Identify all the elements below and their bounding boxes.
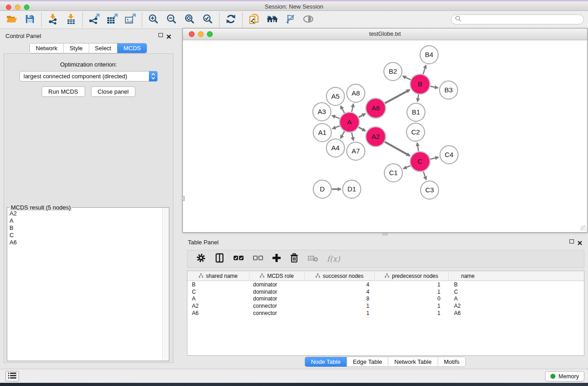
run-mcds-button[interactable]: Run MCDS [42,86,85,97]
search-box[interactable] [451,14,584,24]
network-canvas[interactable]: B4B2BB3B1A5A8A6A3AA1C2A2A4A7C4CC1C3DD1 [183,40,587,232]
zoom-out-button[interactable] [163,13,181,27]
edge-C-C3[interactable] [423,172,426,180]
table-cell[interactable]: 8 [305,295,375,302]
column-header-predecessor-nodes[interactable]: predecessor nodes [375,271,449,281]
open-file-button[interactable] [3,13,21,27]
table-cell[interactable]: A2 [187,303,249,309]
node-B[interactable]: B [410,74,430,94]
table-cell[interactable]: dominator [249,281,305,288]
node-A2[interactable]: A2 [366,127,386,147]
edge-A-A6[interactable] [359,114,365,117]
table-cell[interactable]: C [187,289,249,295]
node-A3[interactable]: A3 [313,103,331,121]
edge-A2-C[interactable] [385,142,410,156]
export-table-button[interactable] [103,13,121,27]
edge-A-A7[interactable] [352,132,354,140]
window-titlebar[interactable]: Session: New Session [0,1,588,11]
table-cell[interactable]: 1 [375,303,449,309]
table-row[interactable]: Adominator80A [187,295,584,302]
column-header-successor-nodes[interactable]: successor nodes [305,271,375,281]
table-cell[interactable]: B [187,281,249,288]
table-settings-button[interactable] [196,253,206,265]
table-row[interactable]: Cdominator41C [187,288,584,295]
refresh-button[interactable] [222,13,240,27]
node-A8[interactable]: A8 [347,84,365,102]
table-body[interactable]: Bdominator41BCdominator41CAdominator80AA… [187,281,584,316]
table-cell[interactable]: B [449,281,487,288]
task-history-button[interactable] [5,371,19,381]
tab-motifs[interactable]: Motifs [437,357,465,367]
node-B4[interactable]: B4 [420,46,438,64]
table-header-row[interactable]: shared nameMCDS rolesuccessor nodesprede… [187,271,584,281]
column-header-name[interactable]: name [449,271,487,281]
column-header-shared-name[interactable]: shared name [187,271,249,281]
table-cell[interactable]: connector [249,310,305,316]
node-A7[interactable]: A7 [347,142,365,160]
edge-A-A1[interactable] [332,126,339,129]
resize-grip-icon[interactable] [580,225,586,231]
edge-B-B1[interactable] [417,95,418,101]
table-cell[interactable]: 4 [305,289,375,295]
node-A[interactable]: A [339,112,359,132]
add-column-button[interactable] [272,253,281,264]
node-B3[interactable]: B3 [440,81,458,99]
column-header-mcds-role[interactable]: MCDS role [249,271,305,281]
network-view-window[interactable]: testGlobe.txt B4B2BB3B1A5A8A6A3AA1C2A2A4… [182,28,588,233]
tab-node-table[interactable]: Node Table [305,357,347,367]
zoom-selected-button[interactable] [199,13,217,27]
table-cell[interactable]: A [187,295,249,302]
network-graph[interactable]: B4B2BB3B1A5A8A6A3AA1C2A2A4A7C4CC1C3DD1 [183,40,587,233]
memory-button[interactable]: Memory [545,371,584,381]
table-cell[interactable]: 0 [375,295,449,302]
result-item[interactable]: C [10,232,162,239]
delete-column-button[interactable] [290,253,299,265]
export-network-button[interactable] [85,13,103,27]
table-cell[interactable]: dominator [249,295,305,302]
edge-B-B4[interactable] [423,65,426,74]
delete-table-button[interactable] [307,254,318,264]
result-item[interactable]: A [10,217,162,224]
table-cell[interactable]: A2 [449,303,487,309]
table-cell[interactable]: 4 [305,281,375,288]
zoom-fit-button[interactable] [181,13,199,27]
table-cell[interactable]: A [449,295,487,302]
table-row[interactable]: A2connector11A2 [187,302,584,310]
tab-network[interactable]: Network [30,43,63,53]
edge-C-C4[interactable] [430,157,438,159]
edge-A-A2[interactable] [359,127,365,131]
table-cell[interactable]: 1 [305,310,375,316]
deselect-all-button[interactable] [253,254,263,263]
edge-A-A4[interactable] [340,131,344,138]
function-builder-button[interactable]: f(x) [327,254,340,263]
result-scrollbar[interactable] [162,208,169,361]
node-D1[interactable]: D1 [343,180,361,198]
edge-B-B3[interactable] [430,86,438,88]
table-cell[interactable]: A6 [187,310,249,316]
edge-B-B2[interactable] [403,76,411,80]
node-A4[interactable]: A4 [326,139,344,157]
import-table-button[interactable] [62,13,80,27]
search-input[interactable] [464,16,583,23]
home-button[interactable] [263,13,281,27]
tab-mcds[interactable]: MCDS [117,43,147,53]
result-item[interactable]: B [10,224,162,232]
tab-style[interactable]: Style [63,43,89,53]
criterion-select[interactable]: largest connected component (directed) [19,71,158,81]
select-all-button[interactable] [233,254,244,263]
edge-C-C1[interactable] [403,166,411,169]
node-C[interactable]: C [410,152,430,172]
network-window-titlebar[interactable]: testGlobe.txt [183,29,587,40]
node-C4[interactable]: C4 [440,146,458,164]
table-cell[interactable]: 1 [375,289,449,295]
tab-select[interactable]: Select [89,43,117,53]
float-panel-icon[interactable] [158,33,163,37]
result-item[interactable]: A2 [10,210,162,217]
node-table[interactable]: shared nameMCDS rolesuccessor nodesprede… [187,271,584,356]
close-panel-icon[interactable] [578,239,582,247]
node-A6[interactable]: A6 [366,98,386,118]
edge-A-A3[interactable] [332,115,339,118]
show-columns-button[interactable] [215,253,225,265]
node-A5[interactable]: A5 [326,87,344,105]
eye-button[interactable] [299,13,317,27]
